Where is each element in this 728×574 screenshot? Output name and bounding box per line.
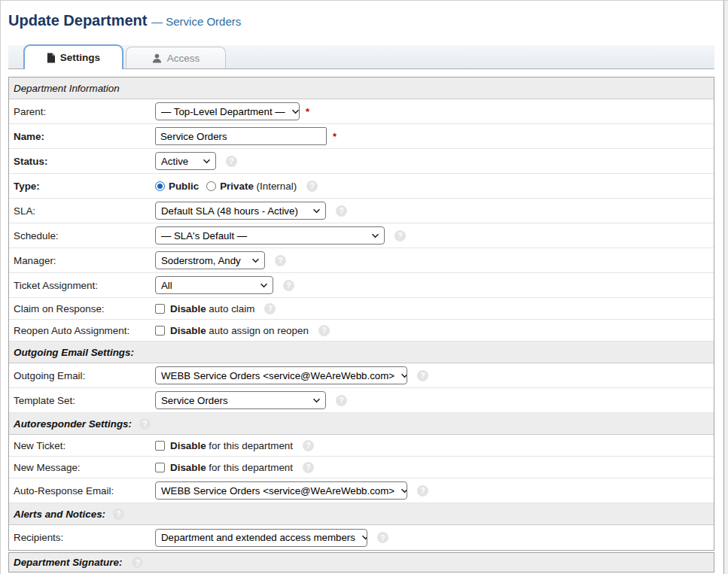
template-set-control: Service Orders? bbox=[155, 391, 347, 409]
new-message-label: New Message: bbox=[9, 462, 155, 473]
chevron-down-icon bbox=[251, 257, 260, 265]
reopen-auto-assignment-label: Reopen Auto Assignment: bbox=[9, 325, 155, 336]
auto-response-email-control: WEBB Service Orders <service@WeAreWebb.c… bbox=[155, 481, 428, 500]
claim-on-response-checkbox-label: Disable auto claim bbox=[170, 303, 254, 314]
form-row-type: Type:PublicPrivate (Internal)? bbox=[9, 174, 714, 199]
sla-help-icon[interactable]: ? bbox=[336, 205, 347, 217]
name-control: * bbox=[155, 127, 337, 145]
status-label: Status: bbox=[9, 156, 155, 167]
outgoing-email-select[interactable]: WEBB Service Orders <service@WeAreWebb.c… bbox=[155, 366, 407, 384]
schedule-select[interactable]: — SLA's Default — bbox=[155, 226, 385, 244]
type-radio-private[interactable] bbox=[206, 181, 216, 191]
form-row-reopen-auto-assignment: Reopen Auto Assignment:Disable auto assi… bbox=[9, 320, 714, 342]
type-radio-public[interactable] bbox=[155, 181, 165, 191]
sla-label: SLA: bbox=[9, 205, 155, 217]
form-row-name: Name:* bbox=[9, 124, 714, 149]
new-ticket-help-icon[interactable]: ? bbox=[303, 440, 314, 451]
autoresponder-settings-help-icon[interactable]: ? bbox=[139, 418, 151, 430]
file-icon bbox=[47, 53, 55, 63]
page-title-row: Update Department — Service Orders bbox=[8, 11, 728, 32]
claim-on-response-checkbox[interactable] bbox=[155, 304, 165, 314]
type-label: Type: bbox=[9, 181, 155, 192]
ticket-assignment-select[interactable]: All bbox=[155, 276, 273, 294]
recipients-control: Department and extended access members? bbox=[155, 529, 388, 547]
new-ticket-checkbox[interactable] bbox=[155, 441, 165, 451]
form-row-claim-on-response: Claim on Response:Disable auto claim? bbox=[9, 298, 714, 320]
page-subtitle: — Service Orders bbox=[151, 15, 241, 28]
name-input[interactable] bbox=[155, 127, 327, 145]
tab-settings[interactable]: Settings bbox=[23, 44, 123, 69]
template-set-select-value: Service Orders bbox=[161, 395, 228, 406]
new-ticket-control: Disable for this department? bbox=[155, 440, 314, 451]
scrollbar-track[interactable] bbox=[723, 1, 728, 574]
department-signature-section-label: Department Signature: bbox=[14, 557, 122, 568]
sla-select-value: Default SLA (48 hours - Active) bbox=[161, 205, 298, 217]
form-row-schedule: Schedule:— SLA's Default —? bbox=[9, 223, 714, 248]
form-row-outgoing-email: Outgoing Email:WEBB Service Orders <serv… bbox=[9, 363, 714, 388]
ticket-assignment-help-icon[interactable]: ? bbox=[283, 280, 294, 291]
chevron-down-icon bbox=[291, 108, 300, 116]
tab-access[interactable]: Access bbox=[126, 47, 226, 68]
section-header-outgoing-email-settings: Outgoing Email Settings: bbox=[9, 342, 714, 363]
chevron-down-icon bbox=[401, 372, 407, 380]
recipients-select-value: Department and extended access members bbox=[161, 532, 355, 543]
auto-response-email-help-icon[interactable]: ? bbox=[417, 485, 428, 497]
settings-form-table: Department InformationParent:— Top-Level… bbox=[8, 77, 714, 551]
auto-response-email-select[interactable]: WEBB Service Orders <service@WeAreWebb.c… bbox=[155, 481, 407, 500]
form-row-sla: SLA:Default SLA (48 hours - Active)? bbox=[9, 199, 714, 223]
sla-select[interactable]: Default SLA (48 hours - Active) bbox=[155, 202, 326, 220]
status-select[interactable]: Active bbox=[155, 152, 216, 170]
type-radio-public-label: Public bbox=[169, 181, 199, 192]
page-title: Update Department bbox=[8, 12, 147, 29]
required-asterisk: * bbox=[306, 106, 309, 117]
form-row-manager: Manager:Soderstrom, Andy? bbox=[9, 248, 714, 273]
status-control: Active? bbox=[155, 152, 237, 170]
status-help-icon[interactable]: ? bbox=[226, 156, 237, 167]
form-row-template-set: Template Set:Service Orders? bbox=[9, 388, 714, 413]
recipients-select[interactable]: Department and extended access members bbox=[155, 529, 367, 547]
form-row-auto-response-email: Auto-Response Email:WEBB Service Orders … bbox=[9, 478, 714, 503]
form-row-new-message: New Message:Disable for this department? bbox=[9, 457, 714, 478]
manager-help-icon[interactable]: ? bbox=[275, 255, 286, 266]
ticket-assignment-select-value: All bbox=[161, 280, 172, 291]
new-message-checkbox[interactable] bbox=[155, 463, 165, 472]
reopen-auto-assignment-help-icon[interactable]: ? bbox=[318, 325, 330, 336]
outgoing-email-help-icon[interactable]: ? bbox=[417, 370, 428, 381]
schedule-help-icon[interactable]: ? bbox=[394, 230, 406, 241]
template-set-help-icon[interactable]: ? bbox=[336, 395, 347, 406]
name-label: Name: bbox=[9, 131, 155, 142]
sla-control: Default SLA (48 hours - Active)? bbox=[155, 202, 347, 220]
user-icon bbox=[152, 53, 162, 63]
manager-select[interactable]: Soderstrom, Andy bbox=[155, 251, 265, 269]
department-signature-help-icon[interactable]: ? bbox=[132, 557, 143, 568]
claim-on-response-control: Disable auto claim? bbox=[155, 303, 276, 314]
claim-on-response-help-icon[interactable]: ? bbox=[264, 303, 276, 314]
form-row-status: Status:Active? bbox=[9, 149, 714, 174]
reopen-auto-assignment-checkbox[interactable] bbox=[155, 326, 165, 336]
title-separator: — bbox=[151, 15, 163, 28]
new-message-help-icon[interactable]: ? bbox=[303, 462, 314, 473]
chevron-down-icon bbox=[260, 281, 268, 290]
chevron-down-icon bbox=[361, 533, 367, 542]
outgoing-email-label: Outgoing Email: bbox=[9, 370, 155, 381]
form-row-recipients: Recipients:Department and extended acces… bbox=[9, 525, 714, 550]
recipients-help-icon[interactable]: ? bbox=[377, 532, 388, 543]
chevron-down-icon bbox=[203, 157, 211, 166]
type-radio-private-label: Private (Internal) bbox=[220, 181, 297, 192]
manager-label: Manager: bbox=[9, 255, 155, 266]
parent-label: Parent: bbox=[9, 106, 155, 117]
alerts-and-notices-help-icon[interactable]: ? bbox=[113, 509, 124, 520]
chevron-down-icon bbox=[401, 487, 407, 495]
parent-select[interactable]: — Top-Level Department — bbox=[155, 102, 300, 120]
reopen-auto-assignment-checkbox-label: Disable auto assign on reopen bbox=[170, 325, 309, 336]
chevron-down-icon bbox=[312, 396, 321, 405]
outgoing-email-control: WEBB Service Orders <service@WeAreWebb.c… bbox=[155, 366, 428, 384]
department-information-section-label: Department Information bbox=[14, 83, 120, 94]
tab-strip: Settings Access bbox=[8, 45, 714, 69]
claim-on-response-label: Claim on Response: bbox=[9, 303, 155, 314]
template-set-select[interactable]: Service Orders bbox=[155, 391, 326, 409]
parent-control: — Top-Level Department —* bbox=[155, 102, 309, 120]
ticket-assignment-label: Ticket Assignment: bbox=[9, 280, 155, 291]
page-subtitle-text: Service Orders bbox=[166, 15, 241, 28]
type-help-icon[interactable]: ? bbox=[306, 181, 318, 192]
